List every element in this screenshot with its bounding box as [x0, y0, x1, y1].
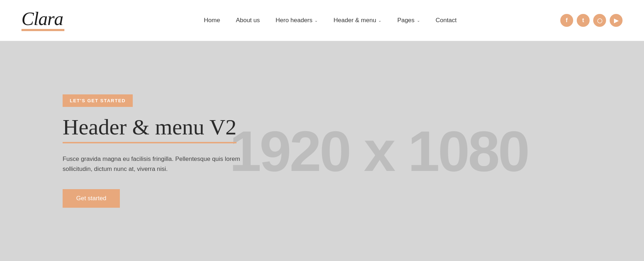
facebook-icon[interactable]: f — [560, 14, 573, 27]
logo-underline — [21, 29, 64, 31]
hero-watermark: 1920 x 1080 — [229, 118, 528, 184]
hero-badge: LET'S GET STARTED — [63, 94, 133, 107]
nav-item-home[interactable]: Home — [204, 17, 220, 24]
hero-title: Header & menu V2 — [63, 115, 236, 143]
youtube-icon[interactable]: ▶ — [610, 14, 623, 27]
nav-item-contact[interactable]: Contact — [436, 17, 457, 24]
social-icons: f t ◯ ▶ — [560, 14, 623, 27]
nav-item-header-menu[interactable]: Header & menu ⌄ — [333, 17, 381, 24]
nav-item-about[interactable]: About us — [236, 17, 260, 24]
logo-area: Clara — [21, 10, 64, 31]
hero-content: LET'S GET STARTED Header & menu V2 Fusce… — [63, 94, 270, 208]
get-started-button[interactable]: Get started — [63, 189, 120, 208]
hero-description: Fusce gravida magna eu facilisis fringil… — [63, 154, 270, 174]
chevron-down-icon: ⌄ — [314, 18, 318, 23]
chevron-down-icon: ⌄ — [417, 18, 420, 23]
nav-item-hero-headers[interactable]: Hero headers ⌄ — [275, 17, 318, 24]
chevron-down-icon: ⌄ — [378, 18, 381, 23]
site-header: Clara Home About us Hero headers ⌄ Heade… — [0, 0, 644, 41]
main-nav: Home About us Hero headers ⌄ Header & me… — [100, 17, 560, 24]
instagram-icon[interactable]: ◯ — [593, 14, 606, 27]
logo-text[interactable]: Clara — [21, 10, 63, 28]
nav-item-pages[interactable]: Pages ⌄ — [397, 17, 420, 24]
hero-section: 1920 x 1080 LET'S GET STARTED Header & m… — [0, 41, 644, 261]
twitter-icon[interactable]: t — [577, 14, 590, 27]
